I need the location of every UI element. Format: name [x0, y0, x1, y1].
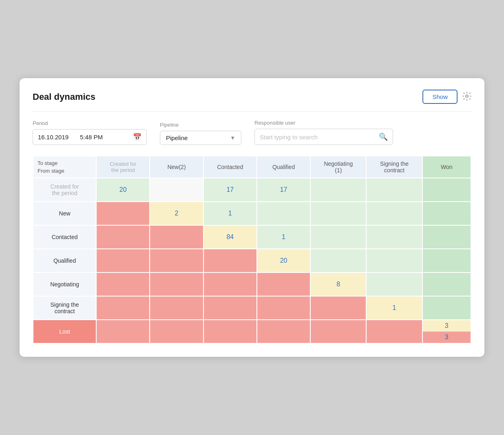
won-split-bottom[interactable]: 3	[423, 332, 471, 343]
cell-created-created[interactable]: 20	[96, 178, 150, 202]
won-split: 3 3	[423, 320, 471, 343]
cell-value: 2	[175, 210, 179, 217]
cell-signing-qualified	[257, 296, 310, 320]
cell-negotiating-won	[422, 272, 471, 296]
cell-value: 1	[282, 233, 285, 240]
cell-signing-contacted	[203, 296, 257, 320]
cell-value-bottom: 3	[445, 334, 449, 341]
pipeline-filter: Pipeline Pipeline ▼	[160, 122, 241, 145]
from-stage-label: From stage	[38, 168, 92, 174]
won-split-top[interactable]: 3	[423, 320, 471, 332]
cell-new-new[interactable]: 2	[150, 202, 203, 225]
deal-dynamics-table: To stage From stage Created forthe perio…	[33, 156, 471, 344]
cell-qualified-contacted	[203, 249, 257, 272]
search-icon: 🔍	[379, 132, 388, 141]
search-placeholder: Start typing to search	[260, 134, 379, 141]
row-label-created: Created forthe period	[33, 178, 96, 202]
date-input[interactable]: 16.10.2019 5:48 PM 📅	[33, 129, 147, 145]
cell-signing-negotiating	[310, 296, 366, 320]
cell-negotiating-new	[150, 272, 203, 296]
table-row: Contacted 84 1	[33, 225, 471, 249]
table-row-lost: Lost 3 3	[33, 320, 471, 343]
col-header-new: New(2)	[150, 156, 203, 178]
cell-lost-won: 3 3	[422, 320, 471, 343]
cell-signing-signing[interactable]: 1	[366, 296, 422, 320]
chevron-down-icon: ▼	[230, 135, 235, 141]
pipeline-select[interactable]: Pipeline ▼	[160, 131, 241, 145]
cell-created-contacted[interactable]: 17	[203, 178, 257, 202]
deal-dynamics-card: Deal dynamics Show Period 16.10.2019 5:4…	[20, 78, 484, 357]
responsible-label: Responsible user	[254, 120, 393, 126]
cell-qualified-qualified[interactable]: 20	[257, 249, 310, 272]
cell-created-new	[150, 178, 203, 202]
cell-contacted-contacted[interactable]: 84	[203, 225, 257, 249]
cell-new-contacted[interactable]: 1	[203, 202, 257, 225]
cell-signing-created	[96, 296, 150, 320]
cell-negotiating-negotiating[interactable]: 8	[310, 272, 366, 296]
cell-created-signing	[366, 178, 422, 202]
cell-value: 17	[280, 186, 287, 193]
period-label: Period	[33, 120, 147, 126]
period-filter: Period 16.10.2019 5:48 PM 📅	[33, 120, 147, 145]
table-header-row: To stage From stage Created forthe perio…	[33, 156, 471, 178]
cell-qualified-won	[422, 249, 471, 272]
cell-lost-negotiating	[310, 320, 366, 343]
responsible-search[interactable]: Start typing to search 🔍	[254, 129, 393, 145]
cell-negotiating-contacted	[203, 272, 257, 296]
row-label-negotiating: Negotiating	[33, 272, 96, 296]
col-header-created: Created forthe period	[96, 156, 150, 178]
time-value: 5:48 PM	[80, 134, 103, 141]
to-stage-label: To stage	[38, 160, 92, 166]
cell-negotiating-created	[96, 272, 150, 296]
cell-contacted-negotiating	[310, 225, 366, 249]
cell-value: 20	[280, 257, 287, 264]
table-row: Signing thecontract 1	[33, 296, 471, 320]
cell-lost-created	[96, 320, 150, 343]
date-value: 16.10.2019	[38, 134, 69, 141]
table-row: Qualified 20	[33, 249, 471, 272]
to-from-stage-header: To stage From stage	[33, 156, 96, 178]
cell-signing-new	[150, 296, 203, 320]
cell-contacted-signing	[366, 225, 422, 249]
settings-button[interactable]	[462, 92, 471, 102]
cell-value: 17	[226, 186, 234, 193]
cell-lost-new	[150, 320, 203, 343]
cell-created-qualified[interactable]: 17	[257, 178, 310, 202]
cell-signing-won	[422, 296, 471, 320]
cell-new-signing	[366, 202, 422, 225]
col-header-signing: Signing thecontract	[366, 156, 422, 178]
cell-negotiating-qualified	[257, 272, 310, 296]
row-label-contacted: Contacted	[33, 225, 96, 249]
cell-qualified-negotiating	[310, 249, 366, 272]
cell-lost-contacted	[203, 320, 257, 343]
show-button[interactable]: Show	[422, 90, 458, 104]
cell-created-won	[422, 178, 471, 202]
cell-qualified-created	[96, 249, 150, 272]
page-title: Deal dynamics	[33, 92, 95, 102]
gear-icon	[462, 92, 471, 101]
cell-contacted-qualified[interactable]: 1	[257, 225, 310, 249]
cell-value: 20	[119, 186, 127, 193]
cell-lost-qualified	[257, 320, 310, 343]
header-actions: Show	[422, 90, 471, 104]
row-label-lost: Lost	[33, 320, 96, 343]
cell-created-negotiating	[310, 178, 366, 202]
cell-value: 8	[336, 281, 340, 288]
cell-contacted-won	[422, 225, 471, 249]
cell-qualified-new	[150, 249, 203, 272]
cell-new-negotiating	[310, 202, 366, 225]
table-row: Created forthe period 20 17 17	[33, 178, 471, 202]
table-row: Negotiating 8	[33, 272, 471, 296]
cell-new-won	[422, 202, 471, 225]
cell-qualified-signing	[366, 249, 422, 272]
col-header-won: Won	[422, 156, 471, 178]
row-label-qualified: Qualified	[33, 249, 96, 272]
pipeline-value: Pipeline	[166, 134, 188, 141]
calendar-icon: 📅	[133, 133, 141, 141]
svg-point-0	[466, 95, 468, 97]
card-header: Deal dynamics Show	[33, 90, 471, 112]
cell-new-created	[96, 202, 150, 225]
cell-lost-signing	[366, 320, 422, 343]
cell-new-qualified	[257, 202, 310, 225]
row-label-new: New	[33, 202, 96, 225]
